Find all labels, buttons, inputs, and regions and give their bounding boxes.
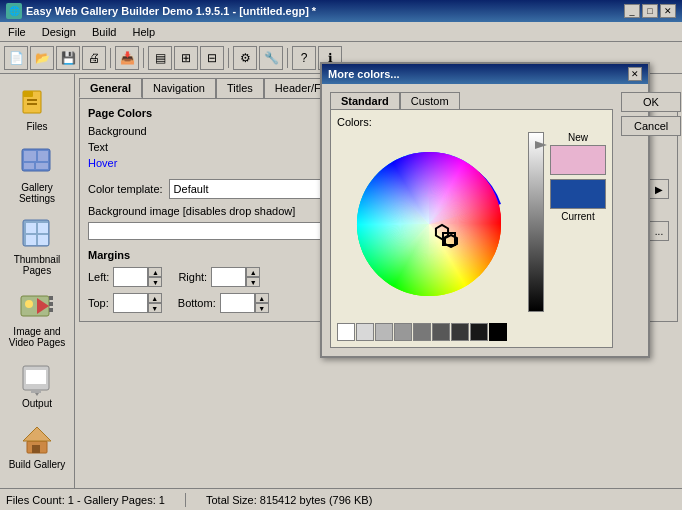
top-margin-spinner: ▲ ▼: [148, 293, 162, 313]
swatch-gray2[interactable]: [375, 323, 393, 341]
bottom-margin-down[interactable]: ▼: [255, 303, 269, 313]
swatch-gray4[interactable]: [413, 323, 431, 341]
color-wheel-canvas[interactable]: [337, 132, 522, 317]
swatch-black[interactable]: [489, 323, 507, 341]
build-gallery-icon: [19, 421, 55, 457]
sidebar-image-video-label: Image and Video Pages: [5, 326, 69, 348]
view1-button[interactable]: ▤: [148, 46, 172, 70]
output-icon: [19, 360, 55, 396]
svg-rect-23: [31, 390, 41, 393]
bottom-margin-input[interactable]: 0: [220, 293, 255, 313]
status-separator: [185, 493, 186, 507]
sidebar-item-files[interactable]: Files: [2, 78, 72, 137]
brightness-slider-container: [528, 132, 544, 312]
new-button[interactable]: 📄: [4, 46, 28, 70]
bottom-margin-control: 0 ▲ ▼: [220, 293, 269, 313]
svg-marker-25: [23, 427, 51, 441]
sidebar: Files Gallery Settings: [0, 74, 75, 488]
more-colors-dialog: More colors... ✕ Standard Custom Colors:: [320, 62, 650, 358]
right-margin-control: 0 ▲ ▼: [211, 267, 260, 287]
svg-rect-1: [23, 91, 33, 97]
dialog-body: Standard Custom Colors:: [322, 84, 648, 356]
top-margin-input[interactable]: 0: [113, 293, 148, 313]
grayscale-swatches: [337, 323, 606, 341]
svg-rect-21: [26, 370, 46, 384]
menu-build[interactable]: Build: [88, 25, 120, 39]
swatch-white[interactable]: [337, 323, 355, 341]
left-margin-up[interactable]: ▲: [148, 267, 162, 277]
menu-file[interactable]: File: [4, 25, 30, 39]
swatch-gray3[interactable]: [394, 323, 412, 341]
swatch-gray1[interactable]: [356, 323, 374, 341]
bottom-margin-up[interactable]: ▲: [255, 293, 269, 303]
new-color-label: New: [568, 132, 588, 143]
dialog-tab-standard[interactable]: Standard: [330, 92, 400, 109]
saveas-button[interactable]: 🖨: [82, 46, 106, 70]
svg-rect-11: [38, 223, 48, 233]
color-selection-marker: [442, 232, 456, 246]
sidebar-item-thumbnail-pages[interactable]: Thumbnail Pages: [2, 211, 72, 281]
menu-bar: File Design Build Help: [0, 22, 682, 42]
maximize-button[interactable]: □: [642, 4, 658, 18]
svg-rect-10: [26, 223, 36, 233]
dialog-cancel-button[interactable]: Cancel: [621, 116, 681, 136]
dialog-tab-custom[interactable]: Custom: [400, 92, 460, 109]
svg-rect-5: [24, 151, 36, 161]
sidebar-item-gallery-settings[interactable]: Gallery Settings: [2, 139, 72, 209]
dialog-title: More colors...: [328, 68, 400, 80]
color-wheel-wrapper: [337, 132, 522, 317]
sidebar-item-output[interactable]: Output: [2, 355, 72, 414]
top-margin-label: Top:: [88, 297, 109, 309]
svg-point-15: [25, 300, 33, 308]
right-margin-input[interactable]: 0: [211, 267, 246, 287]
menu-help[interactable]: Help: [128, 25, 159, 39]
tab-general[interactable]: General: [79, 78, 142, 98]
swatch-gray5[interactable]: [432, 323, 450, 341]
sidebar-output-label: Output: [22, 398, 52, 409]
swatch-gray7[interactable]: [470, 323, 488, 341]
current-color-label: Current: [561, 211, 594, 222]
top-margin-up[interactable]: ▲: [148, 293, 162, 303]
close-button[interactable]: ✕: [660, 4, 676, 18]
sidebar-item-build-gallery[interactable]: Build Gallery: [2, 416, 72, 475]
settings1-button[interactable]: ⚙: [233, 46, 257, 70]
dialog-close-button[interactable]: ✕: [628, 67, 642, 81]
svg-rect-13: [38, 235, 48, 245]
open-button[interactable]: 📂: [30, 46, 54, 70]
help-button[interactable]: ?: [292, 46, 316, 70]
toolbar-separator-2: [143, 48, 144, 68]
right-margin-down[interactable]: ▼: [246, 277, 260, 287]
minimize-button[interactable]: _: [624, 4, 640, 18]
thumbnail-pages-icon: [19, 216, 55, 252]
svg-rect-19: [49, 308, 53, 312]
top-margin-down[interactable]: ▼: [148, 303, 162, 313]
svg-rect-6: [38, 151, 48, 161]
app-title: Easy Web Gallery Builder Demo 1.9.5.1 - …: [26, 5, 316, 17]
toolbar-separator-4: [287, 48, 288, 68]
sidebar-item-image-video[interactable]: Image and Video Pages: [2, 283, 72, 353]
brightness-slider[interactable]: [528, 132, 544, 312]
color-template-label: Color template:: [88, 183, 163, 195]
tab-navigation[interactable]: Navigation: [142, 78, 216, 98]
tab-titles[interactable]: Titles: [216, 78, 264, 98]
left-margin-input[interactable]: 0: [113, 267, 148, 287]
settings2-button[interactable]: 🔧: [259, 46, 283, 70]
menu-design[interactable]: Design: [38, 25, 80, 39]
view2-button[interactable]: ⊞: [174, 46, 198, 70]
bottom-margin-label: Bottom:: [178, 297, 216, 309]
view3-button[interactable]: ⊟: [200, 46, 224, 70]
save-button[interactable]: 💾: [56, 46, 80, 70]
svg-rect-3: [27, 103, 37, 105]
total-size-status: Total Size: 815412 bytes (796 KB): [206, 494, 372, 506]
gallery-settings-icon: [19, 144, 55, 180]
right-margin-label: Right:: [178, 271, 207, 283]
toolbar-separator-1: [110, 48, 111, 68]
right-margin-up[interactable]: ▲: [246, 267, 260, 277]
dialog-tabs: Standard Custom: [330, 92, 613, 109]
toolbar-separator-3: [228, 48, 229, 68]
dialog-ok-button[interactable]: OK: [621, 92, 681, 112]
sidebar-build-gallery-label: Build Gallery: [9, 459, 66, 470]
swatch-gray6[interactable]: [451, 323, 469, 341]
left-margin-down[interactable]: ▼: [148, 277, 162, 287]
import-button[interactable]: 📥: [115, 46, 139, 70]
